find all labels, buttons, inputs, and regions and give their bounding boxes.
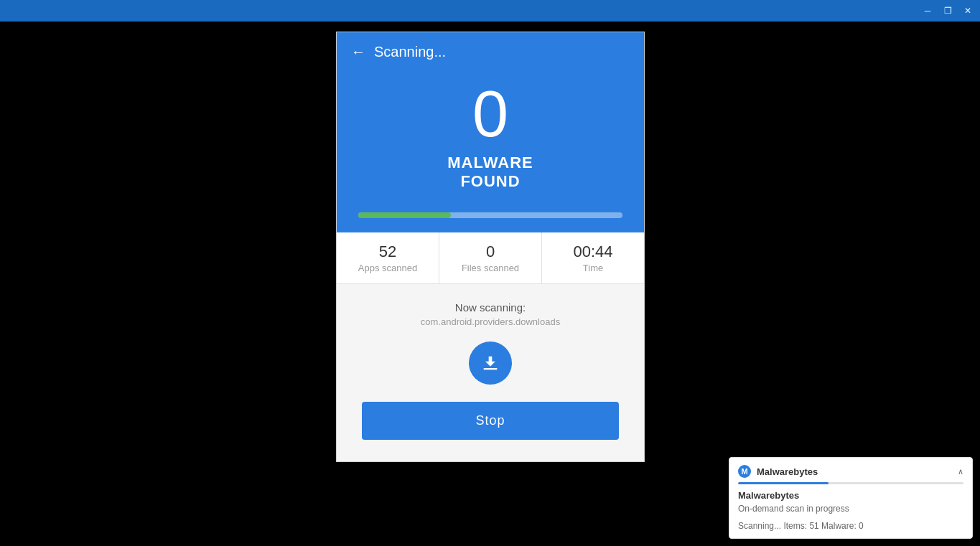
- toast-header-left: M Malwarebytes: [738, 465, 818, 478]
- malware-count: 0: [337, 67, 644, 154]
- scan-header: ← Scanning... 0 MALWARE FOUND: [337, 32, 644, 232]
- app-icon: [469, 342, 512, 385]
- apps-scanned-cell: 52 Apps scanned: [337, 232, 439, 283]
- scanning-package: com.android.providers.downloads: [351, 316, 630, 327]
- toast-expand-icon[interactable]: ∧: [958, 467, 963, 476]
- toast-header: M Malwarebytes ∧: [729, 458, 972, 482]
- toast-progress-bar: [738, 482, 963, 484]
- notification-toast: M Malwarebytes ∧ Malwarebytes On-demand …: [729, 457, 973, 539]
- malwarebytes-logo: M: [738, 465, 751, 478]
- scanning-section: Now scanning: com.android.providers.down…: [337, 284, 644, 461]
- toast-title: Malwarebytes: [729, 490, 972, 504]
- toast-status-line2: Scanning... Items: 51 Malware: 0: [729, 521, 972, 538]
- app-window: ← Scanning... 0 MALWARE FOUND 52 Apps sc…: [336, 32, 645, 462]
- time-label: Time: [549, 263, 637, 273]
- maximize-button[interactable]: ❐: [938, 3, 957, 19]
- close-button[interactable]: ✕: [958, 3, 977, 19]
- malware-found-label: MALWARE FOUND: [337, 154, 644, 212]
- time-cell: 00:44 Time: [542, 232, 644, 283]
- files-scanned-label: Files scanned: [447, 263, 534, 273]
- progress-bar-container: [358, 212, 622, 218]
- download-icon: [480, 353, 500, 373]
- now-scanning-label: Now scanning:: [351, 301, 630, 314]
- title-bar: ─ ❐ ✕: [0, 0, 980, 22]
- files-scanned-value: 0: [447, 243, 534, 261]
- stats-row: 52 Apps scanned 0 Files scanned 00:44 Ti…: [337, 232, 644, 284]
- progress-bar-fill: [358, 212, 451, 218]
- scan-title-bar: ← Scanning...: [337, 32, 644, 67]
- back-button[interactable]: ←: [351, 44, 365, 60]
- minimize-button[interactable]: ─: [918, 3, 937, 19]
- time-value: 00:44: [549, 243, 637, 261]
- apps-scanned-value: 52: [344, 243, 431, 261]
- apps-scanned-label: Apps scanned: [344, 263, 431, 273]
- toast-progress-fill: [738, 482, 829, 484]
- toast-app-name: Malwarebytes: [757, 466, 818, 477]
- scan-title: Scanning...: [374, 44, 446, 60]
- toast-status-line1: On-demand scan in progress: [729, 504, 972, 521]
- files-scanned-cell: 0 Files scanned: [439, 232, 542, 283]
- stop-button[interactable]: Stop: [362, 402, 619, 440]
- window-controls: ─ ❐ ✕: [918, 3, 977, 19]
- svg-rect-0: [484, 368, 498, 370]
